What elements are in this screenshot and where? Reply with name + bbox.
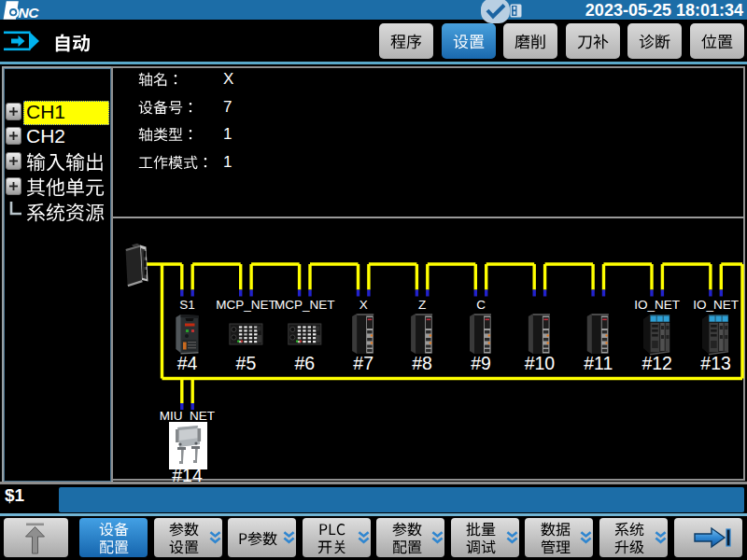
svg-text:MCP_NET: MCP_NET bbox=[275, 298, 335, 312]
svg-text:#13: #13 bbox=[700, 353, 731, 373]
svg-text:#9: #9 bbox=[471, 353, 491, 373]
svg-text:#6: #6 bbox=[294, 353, 315, 373]
svg-text:#12: #12 bbox=[641, 353, 672, 373]
svg-text:S1: S1 bbox=[179, 298, 195, 312]
svg-text:#11: #11 bbox=[584, 353, 613, 373]
svg-text:Z: Z bbox=[418, 298, 426, 312]
svg-text:#10: #10 bbox=[525, 353, 556, 373]
svg-text:X: X bbox=[359, 298, 368, 312]
svg-text:IO_NET: IO_NET bbox=[634, 298, 680, 312]
svg-text:NC: NC bbox=[19, 5, 40, 20]
svg-text:#5: #5 bbox=[236, 353, 257, 373]
svg-text:#7: #7 bbox=[353, 353, 374, 373]
svg-text:MIU_NET: MIU_NET bbox=[160, 409, 215, 423]
svg-text:MCP_NET: MCP_NET bbox=[216, 298, 276, 312]
svg-text:IO_NET: IO_NET bbox=[693, 298, 739, 312]
svg-text:C: C bbox=[476, 298, 486, 312]
svg-text:#8: #8 bbox=[412, 353, 432, 373]
svg-text:#14: #14 bbox=[172, 465, 203, 484]
svg-text:#4: #4 bbox=[177, 353, 198, 373]
